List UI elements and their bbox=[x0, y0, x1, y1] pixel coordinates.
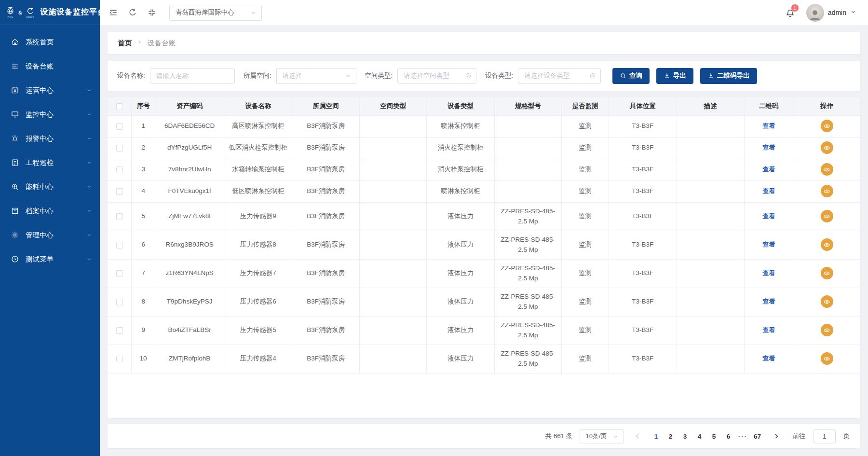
cell-index: 2 bbox=[132, 137, 155, 159]
qr-view-link[interactable]: 查看 bbox=[762, 166, 775, 173]
cell-description bbox=[677, 345, 744, 373]
cell-spec bbox=[494, 115, 561, 137]
sidebar-item-archive-center[interactable]: 档案中心 bbox=[0, 199, 100, 223]
app-title: 设施设备监控平台 bbox=[40, 7, 106, 17]
qr-view-link[interactable]: 查看 bbox=[762, 187, 775, 194]
page-button[interactable]: 4 bbox=[692, 429, 707, 443]
cell-location: T3-B3F bbox=[609, 137, 677, 159]
sidebar-item-monitoring-center[interactable]: 监控中心 bbox=[0, 102, 100, 126]
more-pages[interactable]: ··· bbox=[736, 429, 750, 443]
view-detail-button[interactable] bbox=[821, 141, 833, 154]
row-checkbox[interactable] bbox=[116, 188, 123, 195]
archive-icon bbox=[11, 207, 19, 215]
cell-monitored: 监测 bbox=[561, 345, 609, 373]
qr-view-link[interactable]: 查看 bbox=[762, 326, 775, 333]
row-checkbox[interactable] bbox=[116, 242, 123, 249]
page-button[interactable]: 6 bbox=[721, 429, 736, 443]
circle-close-icon[interactable] bbox=[465, 72, 472, 79]
view-detail-button[interactable] bbox=[821, 324, 833, 336]
page-button[interactable]: 1 bbox=[649, 429, 664, 443]
table-row: 2dYfPzgUGLf5H低区消火栓泵控制柜B3F消防泵房消火栓泵控制柜监测T3… bbox=[108, 137, 860, 159]
view-detail-button[interactable] bbox=[821, 295, 833, 308]
project-selector[interactable]: 青岛西海岸国际中心 bbox=[169, 5, 262, 21]
notification-bell-icon[interactable]: 1 bbox=[785, 7, 796, 18]
qr-view-link[interactable]: 查看 bbox=[762, 144, 775, 151]
circle-close-icon[interactable] bbox=[589, 72, 596, 79]
cell-device-name: 低区消火栓泵控制柜 bbox=[224, 137, 292, 159]
cell-monitored: 监测 bbox=[561, 202, 609, 231]
fold-menu-icon[interactable] bbox=[108, 8, 118, 17]
view-detail-button[interactable] bbox=[821, 267, 833, 279]
row-checkbox[interactable] bbox=[116, 213, 123, 220]
sidebar-item-label: 工程巡检 bbox=[26, 158, 54, 167]
page-button[interactable]: 3 bbox=[678, 429, 692, 443]
cell-description bbox=[677, 180, 744, 202]
search-button-label: 查询 bbox=[629, 71, 642, 80]
qr-export-button[interactable]: 二维码导出 bbox=[700, 68, 757, 84]
sidebar-item-system-home[interactable]: 系统首页 bbox=[0, 30, 100, 54]
row-checkbox[interactable] bbox=[116, 123, 123, 130]
table-row: 5ZjMFw77Lvk8t压力传感器9B3F消防泵房液体压力ZZ-PRES-SD… bbox=[108, 202, 860, 231]
sidebar-item-device-ledger[interactable]: 设备台账 bbox=[0, 54, 100, 78]
qr-view-link[interactable]: 查看 bbox=[762, 355, 775, 362]
view-detail-button[interactable] bbox=[821, 210, 833, 222]
search-button[interactable]: 查询 bbox=[612, 68, 650, 84]
row-checkbox[interactable] bbox=[116, 145, 123, 152]
view-detail-button[interactable] bbox=[821, 185, 833, 197]
qr-view-link[interactable]: 查看 bbox=[762, 298, 775, 305]
row-checkbox[interactable] bbox=[116, 299, 123, 305]
space-type-select[interactable]: 请选择空间类型 bbox=[397, 68, 476, 84]
sidebar-item-test-menu[interactable]: 测试菜单 bbox=[0, 247, 100, 271]
view-detail-button[interactable] bbox=[821, 352, 833, 365]
export-button[interactable]: 导出 bbox=[656, 68, 693, 84]
device-name-input[interactable] bbox=[150, 68, 235, 84]
cell-device-name: 压力传感器4 bbox=[224, 345, 292, 373]
breadcrumb-home[interactable]: 首页 bbox=[118, 39, 132, 48]
column-header: 所属空间 bbox=[292, 97, 359, 115]
row-checkbox[interactable] bbox=[116, 327, 123, 334]
cell-space: B3F消防泵房 bbox=[292, 115, 359, 137]
device-table-card: 序号资产编码设备名称所属空间空间类型设备类型规格型号是否监测具体位置描述二维码操… bbox=[108, 97, 860, 418]
view-detail-button[interactable] bbox=[821, 120, 833, 132]
sidebar-item-operations-center[interactable]: 运营中心 bbox=[0, 78, 100, 102]
space-label: 所属空间: bbox=[244, 71, 271, 80]
qr-view-link[interactable]: 查看 bbox=[762, 269, 775, 276]
page-size-select[interactable]: 10条/页 bbox=[580, 429, 624, 443]
prev-page-button[interactable] bbox=[631, 429, 644, 443]
row-checkbox[interactable] bbox=[116, 356, 123, 362]
row-checkbox[interactable] bbox=[116, 166, 123, 173]
energy-icon bbox=[11, 182, 19, 191]
sidebar-item-engineering-inspection[interactable]: 工程巡检 bbox=[0, 151, 100, 175]
select-all-checkbox[interactable] bbox=[116, 103, 123, 110]
table-body: 16DAF6EDE56CD高区喷淋泵控制柜B3F消防泵房喷淋泵控制柜监测T3-B… bbox=[108, 115, 860, 373]
cell-description bbox=[677, 159, 744, 180]
qr-view-link[interactable]: 查看 bbox=[762, 122, 775, 129]
device-type-select[interactable]: 请选择设备类型 bbox=[518, 68, 601, 84]
eye-icon bbox=[823, 123, 830, 130]
page-button[interactable]: 67 bbox=[750, 429, 765, 443]
page-button[interactable]: 5 bbox=[707, 429, 721, 443]
cell-device-type: 液体压力 bbox=[427, 202, 494, 231]
sidebar-item-alarm-center[interactable]: 报警中心 bbox=[0, 126, 100, 151]
page-suffix-label: 页 bbox=[843, 432, 850, 441]
refresh-icon[interactable] bbox=[128, 8, 137, 17]
column-header: 描述 bbox=[677, 97, 744, 115]
page-button[interactable]: 2 bbox=[664, 429, 678, 443]
cell-location: T3-B3F bbox=[609, 259, 677, 288]
space-select[interactable]: 请选择 bbox=[276, 68, 356, 84]
user-menu[interactable]: admin bbox=[806, 4, 856, 22]
view-detail-button[interactable] bbox=[821, 163, 833, 176]
sidebar-item-energy-center[interactable]: 能耗中心 bbox=[0, 175, 100, 199]
topbar: 青岛西海岸国际中心 1 admin bbox=[100, 0, 868, 25]
qr-view-link[interactable]: 查看 bbox=[762, 212, 775, 220]
goto-page-input[interactable] bbox=[814, 429, 836, 443]
compress-screen-icon[interactable] bbox=[147, 8, 157, 17]
table-row: 9Bo4iZTFaLBSr压力传感器5B3F消防泵房液体压力ZZ-PRES-SD… bbox=[108, 316, 860, 345]
sidebar-item-management-center[interactable]: 管理中心 bbox=[0, 223, 100, 247]
operations-icon bbox=[11, 86, 19, 95]
view-detail-button[interactable] bbox=[821, 238, 833, 251]
next-page-button[interactable] bbox=[770, 429, 783, 443]
qr-view-link[interactable]: 查看 bbox=[762, 241, 775, 248]
row-checkbox[interactable] bbox=[116, 270, 123, 277]
breadcrumb-current-page: 设备台账 bbox=[148, 39, 176, 48]
